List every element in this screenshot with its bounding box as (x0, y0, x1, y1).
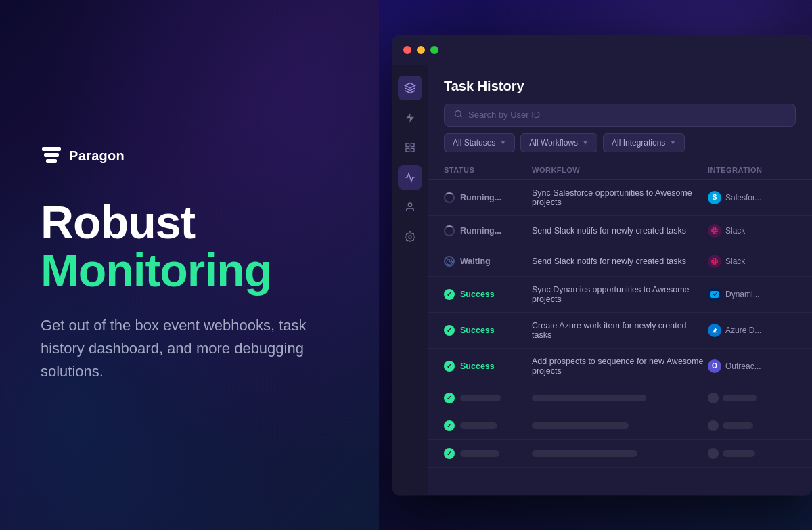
svg-point-6 (408, 203, 411, 206)
integration-name: Slack (725, 226, 745, 236)
hero-title-line1: Robust (41, 198, 338, 246)
status-cell: Running... (444, 192, 532, 203)
filter-row: All Statuses ▼ All Workflows ▼ All Integ… (444, 133, 796, 152)
window-titlebar (392, 35, 812, 65)
integration-cell: S Salesfor... (708, 191, 796, 204)
salesforce-icon: S (708, 191, 721, 204)
integration-cell: Slack (708, 224, 796, 238)
skeleton-bar (723, 422, 753, 429)
table-row[interactable]: Success Create Azure work item for newly… (428, 313, 812, 349)
table-row[interactable]: Waiting Send Slack notifs for newly crea… (428, 246, 812, 277)
paragon-logo-icon (41, 147, 62, 166)
svg-rect-2 (406, 143, 409, 147)
sidebar (392, 65, 428, 495)
integration-name: Salesfor... (725, 193, 761, 202)
svg-rect-3 (411, 143, 414, 147)
status-cell: Waiting (444, 256, 532, 267)
hero-subtitle: Get out of the box event webhooks, task … (41, 314, 311, 383)
header-integration: Integration (708, 166, 796, 174)
sidebar-item-bolt[interactable] (398, 106, 422, 130)
table-row[interactable]: Success Sync Dynamics opportunities to A… (428, 277, 812, 313)
skeleton-bar (723, 395, 757, 401)
skeleton-success-icon (444, 448, 455, 459)
status-text: Success (460, 326, 495, 335)
status-filter-label: All Statuses (453, 138, 495, 148)
maximize-button[interactable] (430, 46, 438, 54)
skeleton-bar (460, 395, 501, 401)
sidebar-item-layers[interactable] (398, 76, 422, 100)
skeleton-status (444, 393, 532, 403)
skeleton-success-icon (444, 393, 455, 403)
svg-point-7 (409, 236, 411, 238)
sidebar-item-user[interactable] (398, 195, 422, 219)
integration-filter-label: All Integrations (612, 138, 665, 148)
brand-name: Paragon (69, 148, 125, 164)
minimize-button[interactable] (417, 46, 425, 54)
workflow-text: Send Slack notifs for newly created task… (532, 226, 708, 236)
svg-marker-0 (405, 83, 415, 88)
skeleton-status (444, 420, 532, 431)
skeleton-bar (723, 450, 755, 457)
page-header: Task History Search by User ID All S (428, 65, 812, 160)
svg-rect-4 (411, 148, 414, 152)
slack-icon (708, 224, 721, 238)
workflow-text: Send Slack notifs for newly created task… (532, 257, 708, 266)
workflow-filter-chevron: ▼ (582, 139, 589, 146)
main-content: Task History Search by User ID All S (428, 65, 812, 495)
workflow-text: Sync Dynamics opportunities to Awesome p… (532, 285, 708, 304)
status-text: Running... (460, 226, 501, 236)
header-status: Status (444, 166, 532, 174)
skeleton-bar (532, 422, 629, 429)
hero-title-line2: Monitoring (41, 246, 338, 294)
table-row[interactable]: Running... Sync Salesforce opportunities… (428, 180, 812, 216)
skeleton-bar (460, 422, 497, 429)
skeleton-row (428, 384, 812, 412)
sidebar-item-settings[interactable] (398, 225, 422, 249)
success-icon (444, 361, 455, 372)
status-filter[interactable]: All Statuses ▼ (444, 133, 515, 152)
logo-area: Paragon (41, 147, 338, 166)
svg-rect-5 (406, 148, 409, 152)
search-placeholder: Search by User ID (468, 110, 540, 120)
search-icon (454, 110, 463, 120)
status-text: Success (460, 290, 495, 299)
status-cell: Running... (444, 225, 532, 236)
integration-cell: Slack (708, 255, 796, 268)
sidebar-item-activity[interactable] (398, 165, 422, 190)
skeleton-bar (460, 450, 499, 457)
integration-name: Azure D... (725, 326, 761, 335)
right-panel: Task History Search by User ID All S (379, 0, 812, 530)
table-row[interactable]: Success Add prospects to sequence for ne… (428, 349, 812, 384)
integration-filter[interactable]: All Integrations ▼ (603, 133, 685, 152)
table-row[interactable]: Running... Send Slack notifs for newly c… (428, 216, 812, 246)
app-window: Task History Search by User ID All S (392, 35, 812, 495)
waiting-icon (444, 256, 455, 267)
skeleton-integration (708, 448, 796, 459)
outreach-icon: O (708, 359, 721, 373)
sidebar-item-grid[interactable] (398, 135, 422, 160)
skeleton-bar (532, 395, 646, 401)
skeleton-integration (708, 393, 796, 403)
running-icon (444, 225, 455, 236)
page-title: Task History (444, 79, 796, 94)
search-bar[interactable]: Search by User ID (444, 104, 796, 127)
workflow-text: Add prospects to sequence for new Awesom… (532, 357, 708, 376)
window-controls (403, 46, 438, 54)
success-icon (444, 289, 455, 300)
skeleton-circle (708, 393, 719, 403)
app-body: Task History Search by User ID All S (392, 65, 812, 495)
status-filter-chevron: ▼ (499, 139, 506, 146)
close-button[interactable] (403, 46, 411, 54)
workflow-filter[interactable]: All Workflows ▼ (520, 133, 597, 152)
hero-text: Robust Monitoring Get out of the box eve… (41, 198, 338, 383)
skeleton-circle (708, 420, 719, 431)
running-icon (444, 192, 455, 203)
integration-name: Outreac... (725, 361, 761, 371)
skeleton-circle (708, 448, 719, 459)
skeleton-row (428, 440, 812, 468)
status-cell: Success (444, 289, 532, 300)
status-text: Running... (460, 193, 501, 202)
skeleton-row (428, 412, 812, 440)
left-panel: Paragon Robust Monitoring Get out of the… (0, 0, 379, 530)
svg-marker-1 (406, 113, 414, 122)
